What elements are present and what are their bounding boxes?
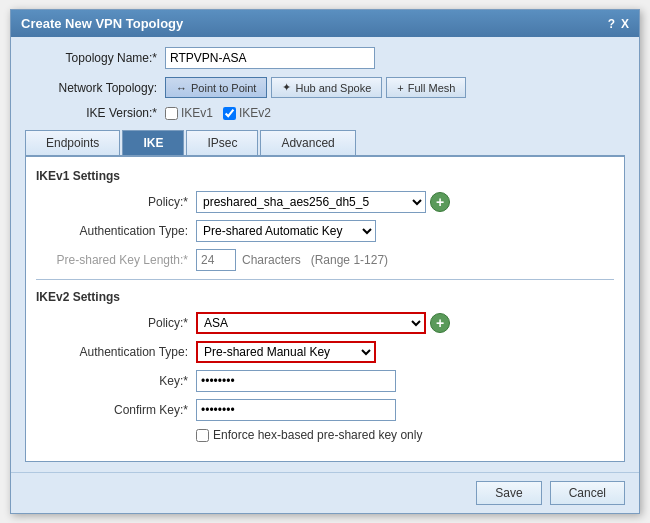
ikev2-confirm-key-label: Confirm Key:*: [36, 403, 196, 417]
ikev2-checkbox-label[interactable]: IKEv2: [223, 106, 271, 120]
ike-version-row: IKE Version:* IKEv1 IKEv2: [25, 106, 625, 120]
enforce-hex-row: Enforce hex-based pre-shared key only: [36, 428, 614, 442]
cancel-button[interactable]: Cancel: [550, 481, 625, 505]
ikev1-preshared-length-label: Pre-shared Key Length:*: [36, 253, 196, 267]
ikev2-auth-type-label: Authentication Type:: [36, 345, 196, 359]
close-button[interactable]: X: [621, 17, 629, 31]
save-button[interactable]: Save: [476, 481, 541, 505]
ikev1-policy-add-button[interactable]: +: [430, 192, 450, 212]
dialog-body: Topology Name:* Network Topology: ↔ Poin…: [11, 37, 639, 472]
ikev1-section-title: IKEv1 Settings: [36, 169, 614, 183]
network-topology-label: Network Topology:: [25, 81, 165, 95]
point-to-point-button[interactable]: ↔ Point to Point: [165, 77, 267, 98]
ikev2-checkbox[interactable]: [223, 107, 236, 120]
ikev2-section-title: IKEv2 Settings: [36, 290, 614, 304]
vpn-topology-dialog: Create New VPN Topology ? X Topology Nam…: [10, 9, 640, 514]
ikev2-policy-row: Policy:* ASA +: [36, 312, 614, 334]
enforce-hex-label[interactable]: Enforce hex-based pre-shared key only: [196, 428, 422, 442]
topology-name-row: Topology Name:*: [25, 47, 625, 69]
ikev1-preshared-length-range: (Range 1-127): [311, 253, 388, 267]
hub-and-spoke-label: Hub and Spoke: [295, 82, 371, 94]
ike-version-options: IKEv1 IKEv2: [165, 106, 271, 120]
hub-and-spoke-button[interactable]: ✦ Hub and Spoke: [271, 77, 382, 98]
ikev1-policy-label: Policy:*: [36, 195, 196, 209]
tab-advanced[interactable]: Advanced: [260, 130, 355, 155]
enforce-hex-text: Enforce hex-based pre-shared key only: [213, 428, 422, 442]
ikev1-preshared-length-input: [196, 249, 236, 271]
full-mesh-button[interactable]: + Full Mesh: [386, 77, 466, 98]
full-mesh-label: Full Mesh: [408, 82, 456, 94]
ikev2-confirm-key-input[interactable]: [196, 399, 396, 421]
ikev1-checkbox[interactable]: [165, 107, 178, 120]
full-mesh-icon: +: [397, 82, 403, 94]
ikev2-label: IKEv2: [239, 106, 271, 120]
topology-buttons: ↔ Point to Point ✦ Hub and Spoke + Full …: [165, 77, 466, 98]
ikev2-policy-select[interactable]: ASA: [196, 312, 426, 334]
ikev2-auth-type-select[interactable]: Pre-shared Manual Key: [196, 341, 376, 363]
network-topology-row: Network Topology: ↔ Point to Point ✦ Hub…: [25, 77, 625, 98]
tabs-bar: Endpoints IKE IPsec Advanced: [25, 130, 625, 157]
ike-version-label: IKE Version:*: [25, 106, 165, 120]
ikev1-policy-row: Policy:* preshared_sha_aes256_dh5_5 +: [36, 191, 614, 213]
ike-tab-content: IKEv1 Settings Policy:* preshared_sha_ae…: [25, 157, 625, 462]
point-to-point-icon: ↔: [176, 82, 187, 94]
hub-spoke-icon: ✦: [282, 81, 291, 94]
dialog-title: Create New VPN Topology: [21, 16, 183, 31]
help-button[interactable]: ?: [608, 17, 615, 31]
ikev1-auth-type-label: Authentication Type:: [36, 224, 196, 238]
ikev1-preshared-length-unit: Characters: [242, 253, 301, 267]
ikev2-auth-type-row: Authentication Type: Pre-shared Manual K…: [36, 341, 614, 363]
tab-ipsec[interactable]: IPsec: [186, 130, 258, 155]
ikev2-confirm-key-row: Confirm Key:*: [36, 399, 614, 421]
tab-endpoints[interactable]: Endpoints: [25, 130, 120, 155]
ikev2-key-input[interactable]: [196, 370, 396, 392]
ikev1-preshared-length-row: Pre-shared Key Length:* Characters (Rang…: [36, 249, 614, 271]
ikev1-auth-type-row: Authentication Type: Pre-shared Automati…: [36, 220, 614, 242]
ikev2-policy-label: Policy:*: [36, 316, 196, 330]
ikev1-policy-select[interactable]: preshared_sha_aes256_dh5_5: [196, 191, 426, 213]
topology-name-label: Topology Name:*: [25, 51, 165, 65]
point-to-point-label: Point to Point: [191, 82, 256, 94]
title-bar: Create New VPN Topology ? X: [11, 10, 639, 37]
title-bar-controls: ? X: [608, 17, 629, 31]
ikev2-policy-add-button[interactable]: +: [430, 313, 450, 333]
dialog-footer: Save Cancel: [11, 472, 639, 513]
ikev1-auth-type-select[interactable]: Pre-shared Automatic Key: [196, 220, 376, 242]
ikev1-checkbox-label[interactable]: IKEv1: [165, 106, 213, 120]
ikev2-key-label: Key:*: [36, 374, 196, 388]
tab-ike[interactable]: IKE: [122, 130, 184, 155]
topology-name-input[interactable]: [165, 47, 375, 69]
enforce-hex-checkbox[interactable]: [196, 429, 209, 442]
ikev2-key-row: Key:*: [36, 370, 614, 392]
ikev1-label: IKEv1: [181, 106, 213, 120]
